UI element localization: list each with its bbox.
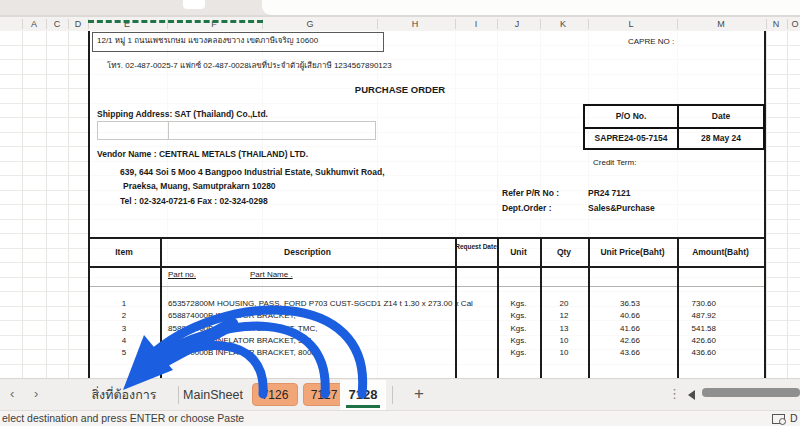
tbl-v2 [160,237,162,378]
row-qty: 10 [540,336,588,346]
column-header-M[interactable]: M [717,19,725,29]
row-description: 858890000B INFLATOR BRACKET, 8008 [168,348,316,358]
row-amount: 730.60 [677,299,716,309]
row-description: 858874000B INFLATOR BRACKET, TMC, [168,324,317,334]
column-header-J[interactable]: J [515,19,520,29]
row-unit: Kgs. [497,348,540,358]
add-sheet-button[interactable]: + [414,379,424,411]
table-headerrow-border [88,266,766,268]
row-qty: 13 [540,324,588,334]
date-label: Date [679,106,763,126]
row-unit_price: 43.66 [588,348,640,358]
row-unit_price: 42.66 [588,336,640,346]
vertical-gridline [766,31,767,378]
refer-pr-value: PR24 7121 [588,188,631,198]
row-amount: 487.92 [677,311,716,321]
table-subheader-border [88,286,766,287]
col-request-date: Request Date [455,243,497,251]
col-description: Description [160,247,455,257]
col-qty: Qty [540,247,588,257]
sheet-tab-mainsheet[interactable]: MainSheet [182,379,244,411]
vertical-gridline [68,31,69,378]
column-separator [455,19,456,29]
tab-nav-right-button[interactable]: › [34,379,38,411]
subheader-part-no: Part no. [168,270,196,280]
tab-options-dots[interactable]: ⋮ [668,379,681,411]
empty-cell-1 [97,121,169,140]
column-header-C[interactable]: C [54,19,61,29]
column-header-N[interactable]: N [773,19,780,29]
row-unit: Kgs. [497,324,540,334]
vendor-addr1: 639, 644 Soi 5 Moo 4 Bangpoo Industrial … [120,167,385,177]
column-separator [497,19,498,29]
display-settings-label: D [790,411,798,426]
dept-order-value: Sales&Purchase [588,203,655,213]
col-item: Item [88,247,160,257]
po-no-label: P/O No. [585,106,677,126]
column-header-L[interactable]: L [628,19,633,29]
row-item: 4 [88,336,160,346]
date-value: 28 May 24 [679,128,763,148]
po-number-table: P/O No. Date SAPRE24-05-7154 28 May 24 [583,104,765,150]
column-separator [22,19,23,29]
status-bar: elect destination and press ENTER or cho… [0,410,800,426]
hscroll-left-arrow-icon[interactable] [688,390,695,400]
vertical-gridline [22,31,23,378]
display-settings-gear-icon [779,418,786,425]
column-separator [540,19,541,29]
column-header-D[interactable]: D [75,19,82,29]
shipping-address: Shipping Address: SAT (Thailand) Co.,Ltd… [97,109,268,119]
column-separator [677,19,678,29]
status-message: elect destination and press ENTER or cho… [2,411,244,426]
sheet-tab-7127[interactable]: 7127 [303,383,345,406]
ribbon-pill [183,0,205,9]
row-item: 1 [88,299,160,309]
column-separator [588,19,589,29]
sheet-tab-bar: ‹ › สิ่งที่ต้องการ MainSheet 7126 7127 7… [0,378,800,410]
column-separator [787,19,788,29]
horizontal-scrollbar[interactable] [702,388,800,397]
row-unit: Kgs. [497,299,540,309]
row-item: 3 [88,324,160,334]
column-separator [766,19,767,29]
column-separator [377,19,378,29]
column-header-I[interactable]: I [475,19,478,29]
po-no-value: SAPRE24-05-7154 [585,128,677,148]
column-separator [68,19,69,29]
sheet-tab-thai[interactable]: สิ่งที่ต้องการ [74,379,174,411]
tab-divider-2 [392,386,393,404]
row-qty: 12 [540,311,588,321]
tbl-v8 [764,237,766,378]
vendor-tel: Tel : 02-324-0721-6 Fax : 02-324-0298 [120,196,268,206]
column-header-A[interactable]: A [31,19,37,29]
row-unit: Kgs. [497,336,540,346]
excel-window: ACDEFGHIJKLMNO 12/1 หมู่ 1 ถนนเพชรเกษม แ… [0,0,800,426]
row-unit_price: 36.53 [588,299,640,309]
row-qty: 10 [540,348,588,358]
row-amount: 426.60 [677,336,716,346]
address-line2: โทร. 02-487-0025-7 แฟกซ์ 02-487-0028เลขท… [107,61,392,71]
row-unit: Kgs. [497,311,540,321]
row-description: 653572800M HOUSING, PASS, FORD P703 CUST… [168,299,473,309]
tab-nav-left-button[interactable]: ‹ [10,379,14,411]
vendor-name: Vendor Name : CENTRAL METALS (THAILAND) … [97,149,308,159]
column-header-H[interactable]: H [412,19,419,29]
row-unit_price: 40.66 [588,311,640,321]
address-line1: 12/1 หมู่ 1 ถนนเพชรเกษม แขวงคลองขวาง เขต… [97,36,318,46]
empty-cell-2 [167,121,376,140]
row-description: 858877000B INFLATOR BRACKET, 354 [168,336,311,346]
row-description: 658874000B INFLATOR BRACKET, [168,311,296,321]
sheet-tab-7126[interactable]: 7126 [252,383,298,406]
subheader-part-name: Part Name . [250,270,293,280]
copy-marquee [88,20,263,23]
row-qty: 20 [540,299,588,309]
refer-pr-label: Refer P/R No : [502,188,559,198]
column-separator [46,19,47,29]
ribbon-panel [262,0,800,15]
table-top-border [88,237,766,239]
capre-no-label: CAPRE NO : [628,37,674,47]
dept-order-label: Dept.Order : [502,203,552,213]
column-header-K[interactable]: K [560,19,566,29]
column-header-O[interactable]: O [791,19,798,29]
column-header-G[interactable]: G [306,19,313,29]
